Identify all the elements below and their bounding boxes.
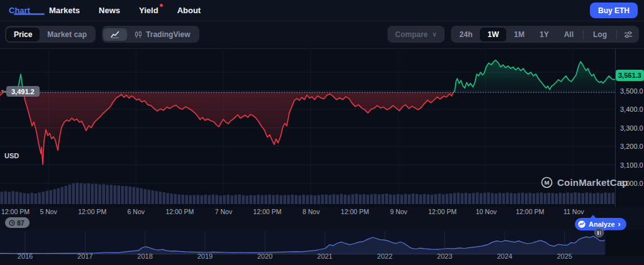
minimap-year-tick: 2022 [377,252,392,260]
tab-yield[interactable]: Yield [139,6,158,15]
minimap-year-tick: 2019 [197,252,213,260]
handle-grip [600,231,601,235]
clock-history-icon [9,220,15,226]
toolbar-divider [583,30,584,39]
x-axis-tick: 8 Nov [303,208,319,215]
line-chart-icon [111,31,119,38]
range-1y-button[interactable]: 1Y [532,28,557,41]
baseline-price-label: 3,491.2 [6,86,40,97]
tab-news[interactable]: News [99,6,120,15]
minimap-year-tick: 2020 [257,252,272,260]
watermark-text: CoinMarketCap [557,177,628,188]
tab-yield-label: Yield [139,6,158,15]
cmc-chart-page: Chart Markets News Yield About Buy ETH P… [0,0,644,265]
x-axis-tick: 6 Nov [128,208,145,215]
range-all-button[interactable]: All [557,28,581,41]
x-axis-tick: 12:00 PM [78,208,106,215]
x-axis: 12:00 PM5 Nov12:00 PM6 Nov12:00 PM7 Nov1… [0,208,615,216]
price-chart[interactable] [0,48,615,207]
y-axis-tick: 3,300.0 [620,124,643,132]
tradingview-label: TradingView [146,30,190,39]
x-axis-tick: 9 Nov [390,208,407,215]
analyze-logo-icon [578,220,586,228]
watermark: M CoinMarketCap [541,176,628,188]
tab-chart[interactable]: Chart [9,6,30,15]
tab-about[interactable]: About [177,6,201,15]
x-axis-tick: 12:00 PM [428,208,457,215]
minimap-year-tick: 2017 [77,252,92,260]
metric-price-button[interactable]: Price [6,28,40,41]
metric-toggle: Price Market cap [5,26,96,43]
chart-toolbar-left: Price Market cap TradingView [5,26,199,43]
x-axis-tick: 5 Nov [40,208,57,215]
current-price-badge: 3,561.3 [616,70,644,81]
svg-text:M: M [545,179,550,186]
range-1w-button[interactable]: 1W [480,28,506,41]
buy-eth-button[interactable]: Buy ETH [590,3,638,18]
y-axis-tick: 3,400.0 [620,105,643,113]
log-scale-button[interactable]: Log [586,28,614,41]
coinmarketcap-logo-icon: M [541,176,553,188]
header-nav: Chart Markets News Yield About Buy ETH [0,0,644,21]
chart-settings-button[interactable] [619,28,638,41]
minimap-year-tick: 2018 [137,252,152,260]
x-axis-tick: 7 Nov [215,208,232,215]
range-toggle: 24h 1W 1M 1Y All Log [451,26,639,43]
y-axis-tick: 3,200.0 [620,143,643,150]
x-axis-tick: 10 Nov [475,208,496,215]
range-24h-button[interactable]: 24h [452,28,480,41]
toolbar-divider [616,30,617,39]
x-axis-tick: 12:00 PM [1,208,30,215]
x-axis-tick: 11 Nov [564,208,584,215]
chart-toolbar-right: Compare ∨ 24h 1W 1M 1Y All Log [387,26,639,43]
x-axis-tick: 12:00 PM [341,208,369,215]
handle-grip [597,231,599,235]
compare-dropdown[interactable]: Compare ∨ [387,26,444,43]
chevron-down-icon: ∨ [432,31,436,38]
range-1m-button[interactable]: 1M [506,28,532,41]
tab-bar: Chart Markets News Yield About [0,0,644,21]
minimap-year-axis: 2016201720182019202020212022202320242025 [0,252,644,261]
minimap-drag-handle[interactable] [594,228,604,237]
x-axis-tick: 12:00 PM [253,208,282,215]
history-count: 87 [17,219,25,227]
line-chart-view-button[interactable] [103,28,127,41]
y-axis-unit: USD [4,152,19,160]
metric-marketcap-button[interactable]: Market cap [40,28,94,41]
x-axis-tick: 12:00 PM [516,208,544,215]
view-toggle: TradingView [102,26,199,43]
tradingview-view-button[interactable]: TradingView [127,28,197,41]
baseline-marker-dot [1,90,4,92]
minimap-year-tick: 2016 [18,252,33,260]
chevron-right-icon: › [618,220,621,229]
active-tab-underline [14,13,45,15]
minimap-year-tick: 2023 [437,252,452,260]
minimap-year-tick: 2021 [317,252,332,260]
compare-label: Compare [395,30,428,39]
y-axis-tick: 3,500.0 [620,87,643,95]
yield-notification-dot [160,4,163,7]
minimap-year-tick: 2024 [497,252,512,260]
candlestick-icon [135,31,142,38]
history-count-badge[interactable]: 87 [5,217,30,228]
tab-markets[interactable]: Markets [49,6,80,15]
minimap-year-tick: 2025 [557,252,572,260]
sliders-icon [624,31,633,38]
x-axis-tick: 12:00 PM [165,208,194,215]
y-axis-tick: 3,100.0 [620,161,643,169]
analyze-label: Analyze [589,220,615,228]
